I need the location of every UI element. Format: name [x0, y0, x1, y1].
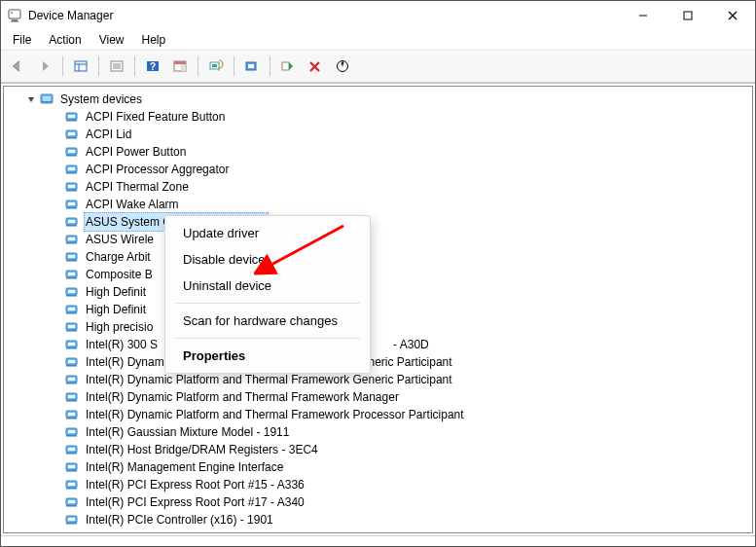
device-icon	[64, 197, 80, 212]
toolbar-separator	[98, 56, 99, 76]
tree-item[interactable]: Charge Arbit	[4, 248, 752, 266]
device-icon	[64, 232, 80, 247]
tree-item[interactable]: Intel(R) Dynamic Platform and Thermal Fr…	[4, 371, 752, 388]
close-button[interactable]	[710, 1, 755, 30]
context-update-driver[interactable]: Update driver	[165, 220, 370, 246]
tree-item[interactable]: Intel(R) Gaussian Mixture Model - 1911	[4, 423, 752, 441]
tree-item[interactable]: ACPI Thermal Zone	[4, 178, 752, 196]
tree-item[interactable]: Intel(R) Dynamic Platform and Thermal Fr…	[4, 353, 752, 371]
device-icon	[64, 459, 80, 475]
toolbar: ?	[1, 51, 755, 83]
tree-item[interactable]: ACPI Lid	[4, 126, 752, 143]
tree-node-label: ASUS Wirele	[84, 231, 156, 248]
tree-item[interactable]: Intel(R) 300 S - A30D	[4, 336, 752, 353]
svg-rect-89	[68, 448, 75, 451]
tree-item[interactable]: Intel(R) PCIe Controller (x16) - 1901	[4, 511, 752, 529]
tree-item[interactable]: Intel(R) Dynamic Platform and Thermal Fr…	[4, 388, 752, 406]
context-uninstall-device[interactable]: Uninstall device	[165, 273, 370, 299]
tree-item[interactable]: ACPI Wake Alarm	[4, 196, 752, 213]
svg-rect-90	[66, 453, 77, 455]
svg-rect-57	[66, 260, 77, 262]
device-icon	[64, 442, 80, 457]
svg-rect-38	[68, 150, 75, 153]
menu-help[interactable]: Help	[134, 31, 174, 49]
toggle-action-pane-button[interactable]	[167, 55, 193, 78]
svg-rect-60	[66, 277, 77, 279]
tree-item[interactable]: High Definit	[4, 301, 752, 318]
device-icon	[64, 407, 80, 422]
svg-rect-71	[68, 343, 75, 346]
maximize-button[interactable]	[666, 1, 710, 30]
scan-hardware-button[interactable]	[203, 55, 229, 78]
svg-rect-32	[68, 115, 75, 118]
tree-item[interactable]: Intel(R) PCI Express Root Port #17 - A34…	[4, 493, 752, 511]
svg-rect-63	[66, 295, 77, 297]
svg-rect-80	[68, 395, 75, 398]
svg-rect-24	[282, 62, 289, 70]
tree-item[interactable]: Intel(R) Dynamic Platform and Thermal Fr…	[4, 406, 752, 423]
svg-text:?: ?	[150, 61, 156, 72]
window-controls	[621, 1, 755, 30]
menu-action[interactable]: Action	[41, 31, 89, 49]
enable-device-button[interactable]	[275, 55, 301, 78]
tree-item[interactable]: Intel(R) Host Bridge/DRAM Registers - 3E…	[4, 441, 752, 458]
tree-node-label: Intel(R) Management Engine Interface	[84, 458, 285, 476]
refresh-button[interactable]	[330, 55, 355, 78]
device-tree[interactable]: System devicesACPI Fixed Feature ButtonA…	[3, 86, 753, 533]
help-button[interactable]: ?	[140, 55, 165, 78]
expander-icon[interactable]	[25, 93, 37, 105]
svg-rect-23	[248, 64, 254, 68]
tree-node-label: ACPI Power Button	[84, 143, 188, 161]
nav-back-button[interactable]	[5, 55, 30, 78]
tree-item[interactable]: ACPI Fixed Feature Button	[4, 108, 752, 126]
svg-rect-75	[66, 365, 77, 367]
tree-item[interactable]: Intel(R) Power Engine Plug-in	[4, 529, 752, 533]
device-icon	[64, 179, 80, 195]
context-scan-hardware[interactable]: Scan for hardware changes	[165, 308, 370, 334]
menu-view[interactable]: View	[91, 31, 132, 49]
tree-node-label: Intel(R) PCI Express Root Port #15 - A33…	[84, 476, 306, 493]
svg-rect-96	[66, 488, 77, 490]
svg-rect-42	[66, 172, 77, 174]
tree-item[interactable]: ACPI Processor Aggregator	[4, 161, 752, 178]
app-icon	[7, 8, 22, 23]
tree-item[interactable]: Intel(R) Management Engine Interface	[4, 458, 752, 476]
tree-node-label: ACPI Lid	[84, 126, 133, 143]
toolbar-separator	[234, 56, 234, 76]
tree-item[interactable]: ASUS Wirele	[4, 231, 752, 248]
svg-rect-83	[68, 413, 75, 416]
device-icon	[64, 337, 80, 352]
svg-rect-93	[66, 470, 77, 472]
tree-item[interactable]: Intel(R) PCI Express Root Port #15 - A33…	[4, 476, 752, 493]
tree-item[interactable]: High precisio	[4, 318, 752, 336]
svg-rect-72	[66, 347, 77, 349]
svg-rect-5	[684, 12, 692, 19]
tree-item[interactable]: Composite B	[4, 266, 752, 283]
menu-file[interactable]: File	[5, 31, 39, 49]
tree-node-label: High Definit	[84, 301, 148, 318]
properties-button[interactable]	[104, 55, 129, 78]
titlebar: Device Manager	[1, 1, 755, 30]
svg-rect-2	[11, 21, 18, 22]
svg-rect-62	[68, 290, 75, 293]
tree-item[interactable]: High Definit	[4, 283, 752, 301]
svg-rect-84	[66, 418, 77, 419]
svg-point-3	[11, 12, 13, 14]
svg-rect-65	[68, 308, 75, 310]
tree-root-system-devices[interactable]: System devices	[4, 91, 752, 108]
tree-node-tail: - A30D	[393, 336, 429, 353]
context-disable-device[interactable]: Disable device	[165, 246, 370, 273]
tree-item[interactable]: ACPI Power Button	[4, 143, 752, 161]
tree-item[interactable]: ASUS System Control Interface V2	[4, 213, 752, 231]
device-icon	[64, 354, 80, 370]
svg-rect-41	[68, 167, 75, 170]
uninstall-device-button[interactable]	[303, 55, 328, 78]
svg-rect-81	[66, 400, 77, 402]
svg-rect-48	[66, 207, 77, 209]
show-hide-tree-button[interactable]	[68, 55, 93, 78]
minimize-button[interactable]	[621, 1, 666, 30]
nav-forward-button[interactable]	[32, 55, 57, 78]
context-properties[interactable]: Properties	[165, 343, 370, 369]
update-driver-button[interactable]	[239, 55, 265, 78]
device-icon	[64, 249, 80, 265]
